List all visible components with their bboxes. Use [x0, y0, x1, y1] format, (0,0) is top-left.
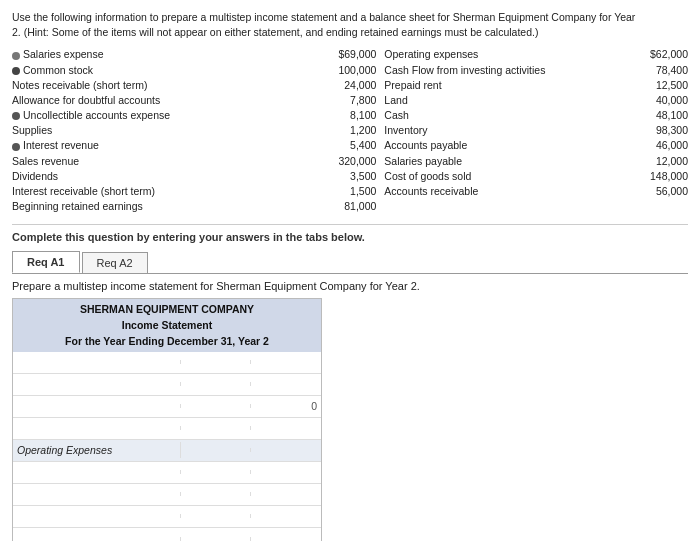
left-data-label: Uncollectible accounts expense	[12, 108, 314, 122]
income-val2-4	[251, 426, 321, 430]
left-data-row: Supplies1,200	[12, 123, 376, 137]
left-data-label: Sales revenue	[12, 154, 314, 168]
income-val1-4	[181, 426, 251, 430]
left-data-label: Interest receivable (short term)	[12, 184, 314, 198]
left-data-row: Dividends3,500	[12, 169, 376, 183]
income-label-2	[13, 382, 181, 386]
right-data-label: Land	[384, 93, 626, 107]
right-data-value: 148,000	[628, 169, 688, 183]
income-val2-1	[251, 360, 321, 364]
left-data-row: Notes receivable (short term)24,000	[12, 78, 376, 92]
right-data-row: Salaries payable12,000	[384, 154, 688, 168]
right-data-row: Cost of goods sold148,000	[384, 169, 688, 183]
income-label-6	[13, 470, 181, 474]
tabs-container: Req A1Req A2	[12, 251, 688, 274]
left-data-value: 5,400	[316, 138, 376, 152]
right-data-value: 48,100	[628, 108, 688, 122]
income-val2-2	[251, 382, 321, 386]
left-data-row: Sales revenue320,000	[12, 154, 376, 168]
right-data-value: 56,000	[628, 184, 688, 198]
income-row-3: 0	[13, 396, 321, 418]
right-data-value: $62,000	[628, 47, 688, 61]
left-data-value: 81,000	[316, 199, 376, 213]
tab-req-a2[interactable]: Req A2	[82, 252, 148, 273]
right-data-label: Prepaid rent	[384, 78, 626, 92]
statement-title: Income Statement	[13, 318, 321, 334]
right-data-label: Cost of goods sold	[384, 169, 626, 183]
left-data-value: 7,800	[316, 93, 376, 107]
income-val2-9	[251, 537, 321, 541]
right-data-value: 98,300	[628, 123, 688, 137]
right-data-label: Salaries payable	[384, 154, 626, 168]
income-val1-5	[181, 448, 251, 452]
income-row-6	[13, 462, 321, 484]
instruction-line1: Use the following information to prepare…	[12, 11, 635, 23]
income-table-body: 0 Operating Expenses	[13, 352, 321, 541]
income-row-7	[13, 484, 321, 506]
left-data-row: Allowance for doubtful accounts7,800	[12, 93, 376, 107]
right-data-label: Cash Flow from investing activities	[384, 63, 626, 77]
company-name: SHERMAN EQUIPMENT COMPANY	[13, 302, 321, 318]
left-data-label: Supplies	[12, 123, 314, 137]
right-data-value: 78,400	[628, 63, 688, 77]
right-data-label: Operating expenses	[384, 47, 626, 61]
bullet-icon	[12, 112, 20, 120]
left-data-label: Common stock	[12, 63, 314, 77]
left-data-value: 24,000	[316, 78, 376, 92]
right-data-row: Land40,000	[384, 93, 688, 107]
income-val1-7	[181, 492, 251, 496]
right-data-col: Operating expenses$62,000Cash Flow from …	[384, 47, 688, 214]
data-section: Salaries expense$69,000Common stock100,0…	[12, 47, 688, 214]
income-row-4	[13, 418, 321, 440]
income-row-1	[13, 352, 321, 374]
right-data-row: Cash48,100	[384, 108, 688, 122]
right-data-value: 46,000	[628, 138, 688, 152]
income-row-9	[13, 528, 321, 541]
right-data-row: Prepaid rent12,500	[384, 78, 688, 92]
left-data-value: 8,100	[316, 108, 376, 122]
bullet-icon	[12, 143, 20, 151]
left-data-col: Salaries expense$69,000Common stock100,0…	[12, 47, 376, 214]
operating-expenses-row: Operating Expenses	[13, 440, 321, 462]
right-data-value: 12,000	[628, 154, 688, 168]
right-data-row: Inventory98,300	[384, 123, 688, 137]
right-data-row: Cash Flow from investing activities78,40…	[384, 63, 688, 77]
left-data-row: Interest receivable (short term)1,500	[12, 184, 376, 198]
left-data-row: Common stock100,000	[12, 63, 376, 77]
income-zero-3: 0	[251, 398, 321, 414]
tab-req-a1[interactable]: Req A1	[12, 251, 80, 273]
income-table-header: SHERMAN EQUIPMENT COMPANY Income Stateme…	[13, 299, 321, 351]
income-row-8	[13, 506, 321, 528]
income-label-3	[13, 404, 181, 408]
left-data-row: Salaries expense$69,000	[12, 47, 376, 61]
right-data-row: Operating expenses$62,000	[384, 47, 688, 61]
right-data-value: 40,000	[628, 93, 688, 107]
left-data-value: 1,200	[316, 123, 376, 137]
instruction-line2: 2. (Hint: Some of the items will not app…	[12, 26, 538, 38]
left-data-value: $69,000	[316, 47, 376, 61]
income-val2-8	[251, 514, 321, 518]
left-data-value: 3,500	[316, 169, 376, 183]
bullet-icon	[12, 67, 20, 75]
income-val1-8	[181, 514, 251, 518]
left-data-label: Dividends	[12, 169, 314, 183]
left-data-row: Uncollectible accounts expense8,100	[12, 108, 376, 122]
income-val2-7	[251, 492, 321, 496]
income-val1-2	[181, 382, 251, 386]
left-data-label: Beginning retained earnings	[12, 199, 314, 213]
income-val1-9	[181, 537, 251, 541]
income-val2-5	[251, 448, 321, 452]
income-val1-1	[181, 360, 251, 364]
income-row-2	[13, 374, 321, 396]
right-data-label: Accounts receivable	[384, 184, 626, 198]
left-data-label: Salaries expense	[12, 47, 314, 61]
income-table: SHERMAN EQUIPMENT COMPANY Income Stateme…	[12, 298, 322, 541]
income-val1-3	[181, 404, 251, 408]
left-data-row: Beginning retained earnings81,000	[12, 199, 376, 213]
income-label-4	[13, 426, 181, 430]
right-data-row: Accounts payable46,000	[384, 138, 688, 152]
operating-expenses-label: Operating Expenses	[13, 442, 181, 458]
left-data-value: 320,000	[316, 154, 376, 168]
right-data-label: Accounts payable	[384, 138, 626, 152]
left-data-row: Interest revenue5,400	[12, 138, 376, 152]
